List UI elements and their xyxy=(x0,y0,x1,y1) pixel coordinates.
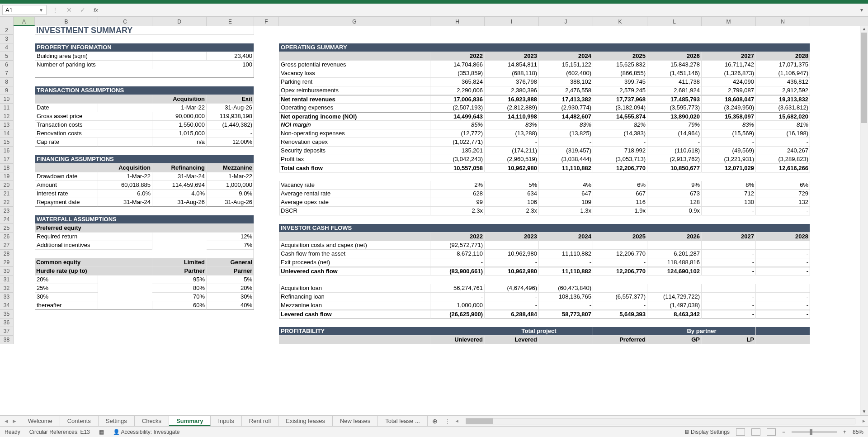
hdr-opsum[interactable]: OPERATING SUMMARY xyxy=(279,43,810,52)
v-9-4[interactable]: 2,681,924 xyxy=(647,86,702,95)
col-header-E[interactable]: E xyxy=(207,17,254,26)
v-23-0[interactable]: 2.3x xyxy=(430,207,485,215)
v-10-6[interactable]: 19,313,832 xyxy=(756,95,810,104)
v-34-5[interactable]: - xyxy=(702,301,756,310)
title[interactable]: INVESTMENT SUMMARY xyxy=(35,26,254,35)
l-h25[interactable]: 25% xyxy=(35,284,98,293)
zoom-slider[interactable] xyxy=(792,431,837,433)
l-reqret[interactable]: Required return xyxy=(35,233,152,241)
v-22-5[interactable]: 130 xyxy=(702,198,756,207)
v-htl[interactable]: 60% xyxy=(152,301,207,310)
h-scroll-track[interactable] xyxy=(466,418,855,424)
v-22-4[interactable]: 128 xyxy=(647,198,702,207)
sheet-tab-welcome[interactable]: Welcome xyxy=(21,416,60,426)
h-refin[interactable]: Refinancing xyxy=(152,164,207,172)
v-22-6[interactable]: 132 xyxy=(756,198,810,207)
v-8-0[interactable]: 365,824 xyxy=(430,78,485,86)
row-header-13[interactable]: 13 xyxy=(0,121,14,129)
l-9[interactable]: Opex reimbursements xyxy=(279,86,430,95)
v-10-1[interactable]: 16,923,888 xyxy=(485,95,539,104)
v-21-0[interactable]: 628 xyxy=(430,190,485,198)
h-hurdle[interactable]: Hurdle rate (up to) xyxy=(35,267,152,276)
v-35-1[interactable]: 6,288,484 xyxy=(485,310,539,318)
l-34[interactable]: Mezzanine loan xyxy=(279,301,430,310)
v-15-6[interactable]: - xyxy=(756,138,810,147)
v-20-6[interactable]: 6% xyxy=(756,181,810,190)
l-21[interactable]: Average rental rate xyxy=(279,190,430,198)
v-27-4[interactable] xyxy=(647,241,702,250)
v-6-3[interactable]: 15,625,832 xyxy=(593,61,647,69)
row-header-6[interactable]: 6 xyxy=(0,61,14,69)
v-15-3[interactable]: - xyxy=(593,138,647,147)
h-unl[interactable]: Unlevered xyxy=(430,336,485,344)
row-header-26[interactable]: 26 xyxy=(0,233,14,241)
select-all-corner[interactable] xyxy=(0,17,14,26)
v-15-0[interactable]: (1,022,771) xyxy=(430,138,485,147)
v-9-1[interactable]: 2,380,396 xyxy=(485,86,539,95)
v-h20g[interactable]: 5% xyxy=(207,276,254,284)
scroll-right-icon[interactable]: ► xyxy=(862,418,866,423)
col-header-D[interactable]: D xyxy=(152,17,207,26)
v-dd-m[interactable]: 1-Mar-22 xyxy=(207,172,254,181)
v-34-3[interactable]: - xyxy=(593,301,647,310)
l-ht[interactable]: thereafter xyxy=(35,301,98,310)
l-rd[interactable]: Repayment date xyxy=(35,198,98,207)
l-30[interactable]: Unlevered cash flow xyxy=(279,267,430,276)
v-6-5[interactable]: 16,711,742 xyxy=(702,61,756,69)
h-tp[interactable]: Total project xyxy=(485,327,593,336)
row-header-33[interactable]: 33 xyxy=(0,293,14,301)
scroll-thumb-v[interactable] xyxy=(861,33,867,123)
view-break-icon[interactable] xyxy=(767,428,776,436)
row-header-36[interactable]: 36 xyxy=(0,318,14,327)
cell[interactable] xyxy=(35,250,254,258)
v-17-5[interactable]: (3,221,931) xyxy=(702,155,756,164)
l-rc[interactable]: Renovation costs xyxy=(35,129,152,138)
v-h30g[interactable]: 30% xyxy=(207,293,254,301)
v-23-2[interactable]: 1.3x xyxy=(539,207,593,215)
v-14-3[interactable]: (14,383) xyxy=(593,129,647,138)
sheet-tab-summary[interactable]: Summary xyxy=(169,416,211,426)
v-17-6[interactable]: (3,289,823) xyxy=(756,155,810,164)
row-header-15[interactable]: 15 xyxy=(0,138,14,147)
row-header-21[interactable]: 21 xyxy=(0,190,14,198)
year2-2023[interactable]: 2023 xyxy=(485,233,539,241)
h-bp[interactable]: By partner xyxy=(647,327,756,336)
year-2026[interactable]: 2026 xyxy=(647,52,702,61)
h-partner[interactable]: Partner xyxy=(152,267,207,276)
v-27-2[interactable] xyxy=(539,241,593,250)
v-33-6[interactable]: - xyxy=(756,293,810,301)
v-22-1[interactable]: 106 xyxy=(485,198,539,207)
v-13-1[interactable]: 83% xyxy=(485,121,539,129)
v-12-5[interactable]: 15,358,097 xyxy=(702,112,756,121)
v-17-2[interactable]: (3,038,444) xyxy=(539,155,593,164)
l-23[interactable]: DSCR xyxy=(279,207,430,215)
v-rc-e[interactable]: - xyxy=(207,129,254,138)
h-limp[interactable]: Limited xyxy=(152,258,207,267)
l-parking[interactable]: Number of parking lots xyxy=(35,61,152,69)
col-header-M[interactable]: M xyxy=(702,17,756,26)
l-7[interactable]: Vacancy loss xyxy=(279,69,430,78)
l-addinc[interactable]: Additional incentives xyxy=(35,241,152,250)
horizontal-scrollbar[interactable]: ◄ ► xyxy=(453,418,868,424)
v-33-4[interactable]: (114,729,722) xyxy=(647,293,702,301)
v-28-6[interactable]: - xyxy=(756,250,810,258)
v-13-6[interactable]: 81% xyxy=(756,121,810,129)
v-rd-r[interactable]: 31-Aug-26 xyxy=(152,198,207,207)
v-8-6[interactable]: 436,812 xyxy=(756,78,810,86)
v-21-3[interactable]: 667 xyxy=(593,190,647,198)
formula-input[interactable] xyxy=(104,5,858,15)
v-7-1[interactable]: (688,118) xyxy=(485,69,539,78)
v-cr-e[interactable]: 12.00% xyxy=(207,138,254,147)
v-8-4[interactable]: 411,738 xyxy=(647,78,702,86)
l-dd[interactable]: Drawdown date xyxy=(35,172,98,181)
v-16-5[interactable]: (49,569) xyxy=(702,147,756,155)
l-11[interactable]: Operating expenses xyxy=(279,104,430,112)
v-33-0[interactable]: - xyxy=(430,293,485,301)
h-gp[interactable]: GP xyxy=(647,336,702,344)
cell[interactable] xyxy=(756,336,810,344)
v-30-1[interactable]: 10,962,980 xyxy=(485,267,539,276)
v-9-2[interactable]: 2,476,558 xyxy=(539,86,593,95)
year-2024[interactable]: 2024 xyxy=(539,52,593,61)
v-30-5[interactable]: - xyxy=(702,267,756,276)
l-date[interactable]: Date xyxy=(35,104,98,112)
